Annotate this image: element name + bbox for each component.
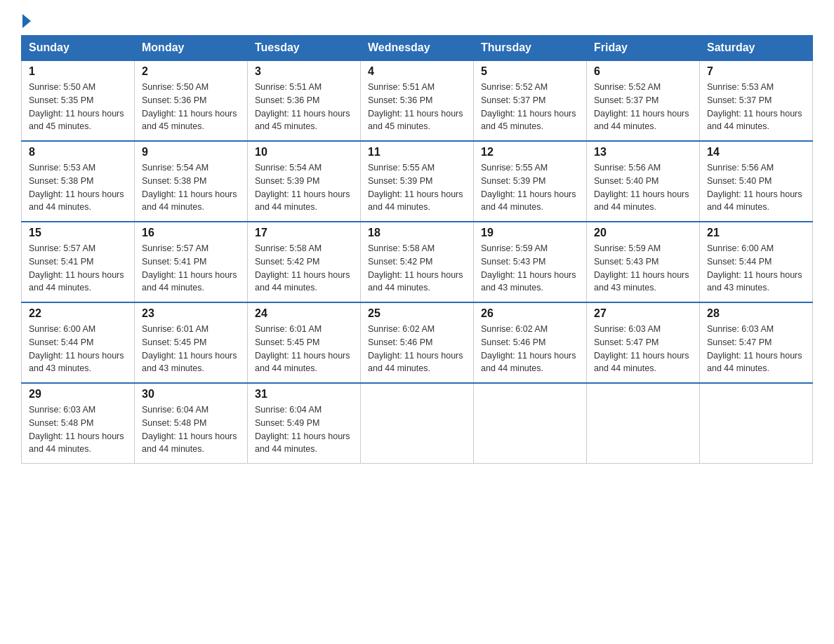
calendar-cell: 30 Sunrise: 6:04 AM Sunset: 5:48 PM Dayl… [135,383,248,464]
calendar-cell: 3 Sunrise: 5:51 AM Sunset: 5:36 PM Dayli… [248,60,361,141]
day-number: 4 [368,65,466,78]
day-info: Sunrise: 6:04 AM Sunset: 5:49 PM Dayligh… [255,405,350,454]
day-info: Sunrise: 6:01 AM Sunset: 5:45 PM Dayligh… [142,324,237,373]
day-number: 12 [481,146,579,159]
column-header-saturday: Saturday [700,36,813,61]
column-header-friday: Friday [587,36,700,61]
day-number: 13 [594,146,692,159]
day-number: 3 [255,65,353,78]
calendar-cell: 20 Sunrise: 5:59 AM Sunset: 5:43 PM Dayl… [587,222,700,302]
calendar-cell [700,383,813,464]
day-info: Sunrise: 6:03 AM Sunset: 5:47 PM Dayligh… [594,324,689,373]
day-info: Sunrise: 5:51 AM Sunset: 5:36 PM Dayligh… [255,82,350,131]
day-info: Sunrise: 5:56 AM Sunset: 5:40 PM Dayligh… [707,163,802,212]
calendar-cell: 31 Sunrise: 6:04 AM Sunset: 5:49 PM Dayl… [248,383,361,464]
day-info: Sunrise: 5:50 AM Sunset: 5:35 PM Dayligh… [29,82,124,131]
calendar-cell [587,383,700,464]
calendar-cell: 8 Sunrise: 5:53 AM Sunset: 5:38 PM Dayli… [22,141,135,222]
column-header-monday: Monday [135,36,248,61]
day-number: 25 [368,307,466,320]
day-info: Sunrise: 5:50 AM Sunset: 5:36 PM Dayligh… [142,82,237,131]
day-info: Sunrise: 6:04 AM Sunset: 5:48 PM Dayligh… [142,405,237,454]
day-info: Sunrise: 5:52 AM Sunset: 5:37 PM Dayligh… [481,82,576,131]
day-number: 24 [255,307,353,320]
calendar-cell: 28 Sunrise: 6:03 AM Sunset: 5:47 PM Dayl… [700,302,813,383]
calendar-cell: 25 Sunrise: 6:02 AM Sunset: 5:46 PM Dayl… [361,302,474,383]
day-number: 21 [707,227,805,239]
calendar-table: SundayMondayTuesdayWednesdayThursdayFrid… [21,35,813,464]
column-header-wednesday: Wednesday [361,36,474,61]
day-info: Sunrise: 5:57 AM Sunset: 5:41 PM Dayligh… [142,243,237,293]
calendar-cell: 10 Sunrise: 5:54 AM Sunset: 5:39 PM Dayl… [248,141,361,222]
column-header-tuesday: Tuesday [248,36,361,61]
day-number: 18 [368,227,466,239]
day-number: 11 [368,146,466,159]
calendar-cell: 18 Sunrise: 5:58 AM Sunset: 5:42 PM Dayl… [361,222,474,302]
calendar-cell: 4 Sunrise: 5:51 AM Sunset: 5:36 PM Dayli… [361,60,474,141]
day-info: Sunrise: 5:52 AM Sunset: 5:37 PM Dayligh… [594,82,689,131]
day-number: 31 [255,388,353,401]
day-number: 6 [594,65,692,78]
day-number: 17 [255,227,353,239]
calendar-cell: 11 Sunrise: 5:55 AM Sunset: 5:39 PM Dayl… [361,141,474,222]
calendar-cell: 27 Sunrise: 6:03 AM Sunset: 5:47 PM Dayl… [587,302,700,383]
calendar-cell: 26 Sunrise: 6:02 AM Sunset: 5:46 PM Dayl… [474,302,587,383]
day-number: 30 [142,388,240,401]
calendar-cell [361,383,474,464]
day-number: 27 [594,307,692,320]
calendar-cell: 7 Sunrise: 5:53 AM Sunset: 5:37 PM Dayli… [700,60,813,141]
week-row-3: 15 Sunrise: 5:57 AM Sunset: 5:41 PM Dayl… [22,222,813,302]
day-info: Sunrise: 5:56 AM Sunset: 5:40 PM Dayligh… [594,163,689,212]
calendar-cell [474,383,587,464]
calendar-cell: 17 Sunrise: 5:58 AM Sunset: 5:42 PM Dayl… [248,222,361,302]
calendar-cell: 12 Sunrise: 5:55 AM Sunset: 5:39 PM Dayl… [474,141,587,222]
calendar-cell: 2 Sunrise: 5:50 AM Sunset: 5:36 PM Dayli… [135,60,248,141]
day-number: 9 [142,146,240,159]
calendar-cell: 21 Sunrise: 6:00 AM Sunset: 5:44 PM Dayl… [700,222,813,302]
column-header-sunday: Sunday [22,36,135,61]
day-info: Sunrise: 6:03 AM Sunset: 5:47 PM Dayligh… [707,324,802,373]
day-number: 26 [481,307,579,320]
day-number: 28 [707,307,805,320]
calendar-cell: 16 Sunrise: 5:57 AM Sunset: 5:41 PM Dayl… [135,222,248,302]
day-info: Sunrise: 5:59 AM Sunset: 5:43 PM Dayligh… [594,243,689,293]
week-row-2: 8 Sunrise: 5:53 AM Sunset: 5:38 PM Dayli… [22,141,813,222]
day-number: 14 [707,146,805,159]
calendar-cell: 23 Sunrise: 6:01 AM Sunset: 5:45 PM Dayl… [135,302,248,383]
day-info: Sunrise: 6:02 AM Sunset: 5:46 PM Dayligh… [368,324,463,373]
day-info: Sunrise: 6:00 AM Sunset: 5:44 PM Dayligh… [29,324,124,373]
day-number: 20 [594,227,692,239]
week-row-5: 29 Sunrise: 6:03 AM Sunset: 5:48 PM Dayl… [22,383,813,464]
calendar-cell: 29 Sunrise: 6:03 AM Sunset: 5:48 PM Dayl… [22,383,135,464]
day-number: 16 [142,227,240,239]
calendar-cell: 14 Sunrise: 5:56 AM Sunset: 5:40 PM Dayl… [700,141,813,222]
column-header-thursday: Thursday [474,36,587,61]
day-number: 23 [142,307,240,320]
calendar-cell: 24 Sunrise: 6:01 AM Sunset: 5:45 PM Dayl… [248,302,361,383]
day-info: Sunrise: 5:58 AM Sunset: 5:42 PM Dayligh… [255,243,350,293]
day-number: 22 [29,307,127,320]
day-info: Sunrise: 5:54 AM Sunset: 5:38 PM Dayligh… [142,163,237,212]
day-info: Sunrise: 5:59 AM Sunset: 5:43 PM Dayligh… [481,243,576,293]
page-header [21,14,813,28]
calendar-cell: 13 Sunrise: 5:56 AM Sunset: 5:40 PM Dayl… [587,141,700,222]
calendar-cell: 15 Sunrise: 5:57 AM Sunset: 5:41 PM Dayl… [22,222,135,302]
day-number: 2 [142,65,240,78]
day-info: Sunrise: 5:58 AM Sunset: 5:42 PM Dayligh… [368,243,463,293]
day-info: Sunrise: 5:53 AM Sunset: 5:38 PM Dayligh… [29,163,124,212]
week-row-4: 22 Sunrise: 6:00 AM Sunset: 5:44 PM Dayl… [22,302,813,383]
day-number: 15 [29,227,127,239]
day-number: 7 [707,65,805,78]
day-info: Sunrise: 5:53 AM Sunset: 5:37 PM Dayligh… [707,82,802,131]
week-row-1: 1 Sunrise: 5:50 AM Sunset: 5:35 PM Dayli… [22,60,813,141]
day-info: Sunrise: 5:57 AM Sunset: 5:41 PM Dayligh… [29,243,124,293]
day-info: Sunrise: 5:54 AM Sunset: 5:39 PM Dayligh… [255,163,350,212]
calendar-cell: 22 Sunrise: 6:00 AM Sunset: 5:44 PM Dayl… [22,302,135,383]
day-info: Sunrise: 5:55 AM Sunset: 5:39 PM Dayligh… [481,163,576,212]
day-number: 10 [255,146,353,159]
logo [21,14,31,28]
day-number: 5 [481,65,579,78]
day-number: 19 [481,227,579,239]
calendar-cell: 5 Sunrise: 5:52 AM Sunset: 5:37 PM Dayli… [474,60,587,141]
calendar-cell: 6 Sunrise: 5:52 AM Sunset: 5:37 PM Dayli… [587,60,700,141]
